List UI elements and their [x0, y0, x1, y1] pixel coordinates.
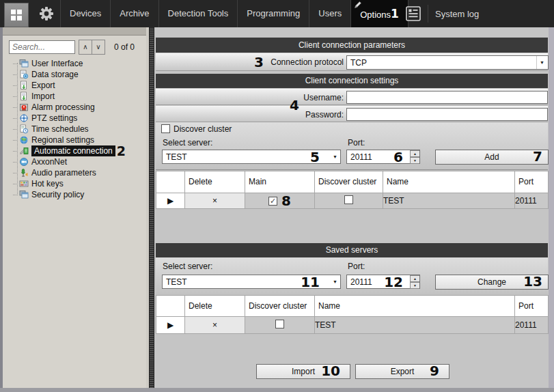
export-button[interactable]: Export 9: [355, 364, 449, 379]
sidebar-item-audio-parameters[interactable]: Audio parameters: [3, 167, 146, 178]
sidebar-item-label: Security policy: [31, 190, 84, 199]
sidebar-item-data-storage[interactable]: Data storage: [3, 69, 146, 80]
add-button[interactable]: Add 7: [435, 150, 549, 165]
window-bottom-border: [0, 388, 554, 392]
chevron-down-icon: ▼: [540, 60, 544, 65]
triangle-down-icon: ▼: [413, 283, 417, 288]
triangle-up-icon: ▲: [413, 277, 417, 281]
tree-connector: [13, 173, 18, 173]
sidebar-item-label: Data storage: [31, 70, 79, 79]
sidebar-item-import[interactable]: Import: [3, 91, 146, 102]
discover-checkbox[interactable]: [275, 320, 284, 328]
chevron-down-icon: ▼: [333, 154, 337, 159]
tree-connector: [13, 85, 18, 86]
saved-select-server-value: TEST: [166, 277, 187, 287]
connection-protocol-select[interactable]: TCP ▼: [346, 55, 549, 70]
automatic-connection-icon: [19, 146, 29, 156]
discover-checkbox-cell: [245, 317, 315, 334]
discover-checkbox[interactable]: [344, 195, 353, 204]
table-row[interactable]: ▶ × TEST 20111: [156, 317, 549, 334]
panel-splitter[interactable]: [149, 27, 154, 388]
delete-column-header: Delete: [185, 171, 245, 193]
servers-table: Delete Main Discover cluster Name Port ▶…: [156, 171, 549, 209]
saved-select-server-dropdown[interactable]: TEST 11 ▼: [162, 275, 341, 289]
tab-archive[interactable]: Archive: [110, 0, 158, 27]
system-log-icon[interactable]: [404, 5, 422, 23]
select-server-dropdown[interactable]: TEST 5 ▼: [162, 150, 341, 164]
spin-up-button[interactable]: ▲: [410, 150, 419, 157]
connection-protocol-label: Connection protocol: [156, 57, 344, 67]
tab-label: Options: [360, 10, 391, 20]
sidebar-item-time-schedules[interactable]: Time schedules: [3, 124, 146, 135]
connection-protocol-value: TCP: [350, 58, 367, 68]
password-field[interactable]: [346, 108, 548, 121]
sidebar-item-label: Alarm processing: [31, 102, 95, 112]
username-field[interactable]: [346, 91, 548, 104]
port-spinner[interactable]: 20111 6 ▲ ▼: [346, 150, 420, 164]
tab-system-log[interactable]: System log: [435, 9, 479, 19]
saved-servers-table: Delete Discover cluster Name Port ▶ × TE…: [156, 295, 549, 334]
sidebar-item-alarm-processing[interactable]: Alarm processing: [3, 102, 146, 113]
row-selector-cell[interactable]: ▶: [156, 193, 185, 209]
sidebar-item-axxonnet[interactable]: AxxonNet: [3, 156, 146, 167]
saved-port-spinner[interactable]: 20111 12 ▲ ▼: [346, 275, 420, 289]
sidebar-item-automatic-connection[interactable]: Automatic connection 2: [3, 145, 146, 156]
main-column-header: Main: [245, 171, 315, 193]
sidebar-item-export[interactable]: Export: [3, 80, 146, 91]
sidebar-item-user-interface[interactable]: User Interface: [3, 58, 146, 69]
tab-users[interactable]: Users: [309, 0, 350, 27]
sidebar-item-security-policy[interactable]: Security policy: [3, 189, 146, 200]
audio-parameters-icon: [19, 168, 29, 178]
change-button-label: Change: [477, 277, 506, 287]
main-checkbox[interactable]: ✓: [268, 197, 277, 206]
username-row: Username:: [156, 89, 548, 105]
check-icon: ✓: [270, 197, 276, 205]
search-input[interactable]: [9, 40, 75, 54]
delete-row-button[interactable]: ×: [185, 193, 245, 209]
triangle-up-icon: ▲: [413, 152, 417, 156]
combo-arrow-segment[interactable]: ▼: [536, 56, 548, 69]
name-column-header: Name: [315, 296, 515, 317]
username-label: Username:: [156, 93, 344, 102]
sidebar-item-label: Audio parameters: [31, 168, 96, 178]
annotation-10: 10: [321, 364, 340, 378]
data-storage-icon: [19, 70, 29, 79]
settings-gear-icon[interactable]: [38, 5, 55, 22]
search-prev-button[interactable]: ∧: [79, 40, 92, 55]
tab-devices[interactable]: Devices: [60, 0, 110, 27]
servers-table-header: Delete Main Discover cluster Name Port: [156, 171, 549, 193]
port-label: Port:: [348, 138, 365, 148]
table-row[interactable]: ▶ × ✓8 TEST 20111: [156, 193, 549, 209]
spin-down-button[interactable]: ▼: [410, 157, 419, 164]
add-button-label: Add: [484, 152, 499, 162]
port-column-header: Port: [515, 296, 549, 317]
select-server-value: TEST: [166, 152, 187, 162]
axxonnet-icon: [19, 157, 29, 167]
main-tabs: Devices Archive Detection Tools Programm…: [60, 0, 408, 27]
sidebar-item-ptz-settings[interactable]: PTZ settings: [3, 113, 146, 124]
change-button[interactable]: Change 13: [435, 275, 549, 290]
user-interface-icon: [19, 59, 29, 68]
delete-row-button[interactable]: ×: [185, 317, 245, 334]
connection-protocol-row: 3 Connection protocol TCP ▼: [156, 53, 548, 71]
annotation-11: 11: [301, 275, 320, 289]
export-button-label: Export: [391, 367, 415, 376]
search-result-count: 0 of 0: [114, 42, 135, 52]
tree-connector: [13, 118, 18, 119]
sidebar-item-hot-keys[interactable]: Hot keys: [3, 178, 146, 189]
import-icon: [19, 92, 29, 101]
tab-detection-tools[interactable]: Detection Tools: [158, 0, 238, 27]
discover-cluster-checkbox[interactable]: [161, 124, 170, 133]
search-next-button[interactable]: ∨: [92, 40, 105, 55]
saved-table-header: Delete Discover cluster Name Port: [156, 296, 549, 317]
application-window: Devices Archive Detection Tools Programm…: [0, 0, 554, 392]
add-server-band: Discover cluster Select server: Port: TE…: [156, 122, 548, 170]
spin-up-button[interactable]: ▲: [410, 275, 419, 282]
import-button[interactable]: Import 10: [256, 364, 350, 379]
tab-label: Archive: [120, 8, 149, 18]
spin-down-button[interactable]: ▼: [410, 282, 419, 289]
sidebar-item-label: Automatic connection: [31, 145, 115, 156]
row-selector-cell[interactable]: ▶: [156, 317, 185, 334]
tab-programming[interactable]: Programming: [237, 0, 309, 27]
app-menu-button[interactable]: [4, 3, 29, 27]
